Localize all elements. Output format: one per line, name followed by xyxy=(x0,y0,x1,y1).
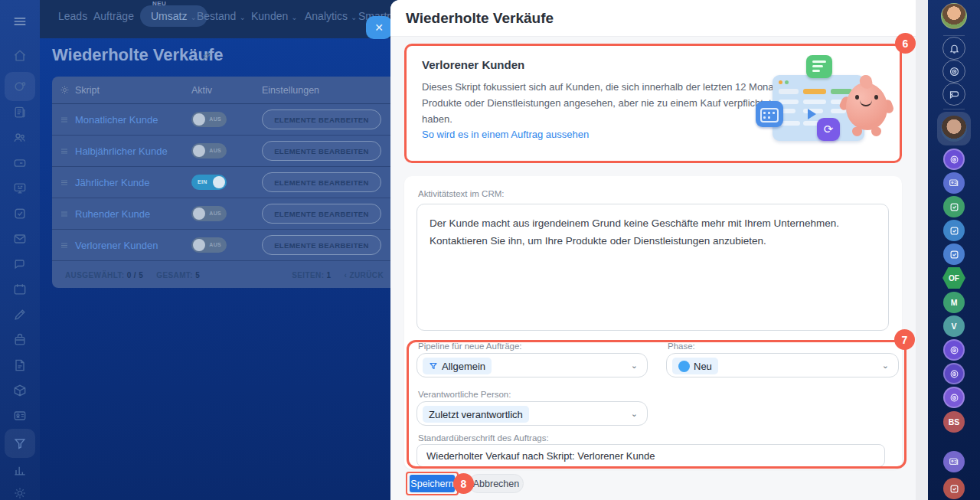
drag-handle-icon[interactable] xyxy=(58,209,70,218)
edit-elements-button[interactable]: ELEMENTE BEARBEITEN xyxy=(262,141,381,161)
right-rail: OF M V BS xyxy=(928,0,980,500)
nav-kunden[interactable]: Kunden⌄ xyxy=(251,10,298,22)
task-check-icon[interactable] xyxy=(943,220,965,241)
active-toggle[interactable]: EIN xyxy=(191,175,227,190)
script-settings-card: Aktivitätstext im CRM: Der Kunde macht a… xyxy=(404,176,902,469)
responsible-select[interactable]: Zuletzt verantwortlich ⌄ xyxy=(416,401,648,426)
board-dot xyxy=(779,80,782,84)
edit-icon[interactable] xyxy=(12,307,28,322)
chat-icon[interactable] xyxy=(12,257,28,272)
funnel-icon xyxy=(429,361,438,371)
selected-count: AUSGEWÄHLT: 0 / 5 xyxy=(65,271,143,279)
toggle-knob xyxy=(193,145,205,157)
script-name[interactable]: Verlorener Kunden xyxy=(75,240,158,251)
drag-handle-icon[interactable] xyxy=(58,146,70,155)
workspace-badge-bs[interactable]: BS xyxy=(943,411,965,433)
workspace-badge-v[interactable]: V xyxy=(943,315,965,337)
activity-text-area[interactable]: Der Kunde macht aus irgendeinem Grund ke… xyxy=(416,204,889,331)
active-toggle[interactable]: AUS xyxy=(191,206,227,221)
script-name[interactable]: Jährlicher Kunde xyxy=(75,177,150,188)
contacts-icon[interactable] xyxy=(12,130,28,145)
script-name[interactable]: Halbjährlicher Kunde xyxy=(75,145,168,157)
recurring-sales-modal: Wiederholte Verkäufe Verlorener Kunden D… xyxy=(390,0,928,500)
menu-icon[interactable] xyxy=(12,14,28,29)
task-check-icon[interactable] xyxy=(943,478,965,499)
edit-elements-button[interactable]: ELEMENTE BEARBEITEN xyxy=(262,172,381,192)
reply-chat-icon[interactable] xyxy=(942,83,965,106)
workspace-badge-m[interactable]: M xyxy=(943,292,965,313)
chevron-down-icon: ⌄ xyxy=(239,13,245,21)
mail-icon[interactable] xyxy=(12,231,28,247)
funnel-icon[interactable] xyxy=(12,436,28,451)
modal-scrollbar[interactable] xyxy=(916,0,928,500)
chart-icon[interactable] xyxy=(12,462,28,478)
back-link[interactable]: ‹ ZURÜCK xyxy=(345,271,384,279)
home-icon[interactable] xyxy=(12,48,28,64)
nav-analytics-label: Analytics xyxy=(305,10,348,22)
nav-kunden-label: Kunden xyxy=(251,10,288,22)
tasks-icon[interactable] xyxy=(12,206,28,221)
contact-card-icon[interactable] xyxy=(943,451,965,472)
user-avatar[interactable] xyxy=(941,3,967,29)
activity-text-label: Aktivitätstext im CRM: xyxy=(418,189,504,198)
modal-close-button[interactable]: ✕ xyxy=(366,16,392,39)
edit-elements-button[interactable]: ELEMENTE BEARBEITEN xyxy=(262,204,381,224)
focus-target-icon[interactable] xyxy=(942,60,965,83)
nav-analytics[interactable]: Analytics⌄ xyxy=(305,10,357,22)
app-circle-icon[interactable] xyxy=(943,363,965,384)
nav-bestand[interactable]: Bestand⌄ xyxy=(197,10,246,22)
drag-handle-icon[interactable] xyxy=(58,178,70,187)
briefcase-icon[interactable] xyxy=(12,332,28,348)
calendar-graphic xyxy=(756,101,783,127)
page-title: Wiederholte Verkäufe xyxy=(52,45,224,65)
script-description: Dieses Skript fokussiert sich auf Kunden… xyxy=(422,80,788,127)
active-toggle[interactable]: AUS xyxy=(191,237,227,253)
leads-icon[interactable] xyxy=(12,79,28,94)
chevron-down-icon: ⌄ xyxy=(351,13,357,21)
active-toggle[interactable]: AUS xyxy=(191,112,227,127)
pipeline-chip: Allgemein xyxy=(423,358,492,374)
preview-link[interactable]: So wird es in einem Auftrag aussehen xyxy=(422,129,589,140)
task-check-icon[interactable] xyxy=(943,196,965,217)
script-name[interactable]: Ruhender Kunde xyxy=(75,208,150,220)
save-button[interactable]: Speichern xyxy=(410,475,455,492)
contact-card-icon[interactable] xyxy=(943,172,965,194)
nav-auftraege[interactable]: Aufträge xyxy=(93,10,134,22)
sync-graphic: ⟳ xyxy=(817,118,840,141)
phase-select[interactable]: Neu ⌄ xyxy=(666,353,899,377)
teammate-avatar-active[interactable] xyxy=(937,112,971,145)
app-circle-icon[interactable] xyxy=(943,387,965,408)
app-circle-icon[interactable] xyxy=(943,149,965,170)
toggle-knob xyxy=(193,113,205,126)
news-icon[interactable] xyxy=(12,105,28,120)
table-settings-gear-icon[interactable] xyxy=(59,84,70,96)
drag-handle-icon[interactable] xyxy=(58,240,70,250)
presentation-icon[interactable] xyxy=(12,181,28,196)
toggle-knob xyxy=(193,208,205,220)
toggle-knob xyxy=(213,176,225,188)
nav-umsatz-label: Umsatz xyxy=(151,10,187,22)
annotation-badge-8: 8 xyxy=(453,473,474,494)
active-toggle[interactable]: AUS xyxy=(191,143,227,158)
finance-icon[interactable] xyxy=(12,155,28,171)
script-name[interactable]: Monatlicher Kunde xyxy=(75,114,158,126)
gear-icon[interactable] xyxy=(12,485,28,500)
pipeline-select[interactable]: Allgemein ⌄ xyxy=(416,353,648,377)
edit-elements-button[interactable]: ELEMENTE BEARBEITEN xyxy=(262,235,381,255)
default-heading-input[interactable] xyxy=(416,444,885,467)
left-sidebar xyxy=(0,0,40,500)
edit-elements-button[interactable]: ELEMENTE BEARBEITEN xyxy=(262,109,381,129)
chevron-down-icon: ⌄ xyxy=(882,361,889,371)
package-icon[interactable] xyxy=(12,383,28,398)
notifications-bell-icon[interactable] xyxy=(942,37,965,60)
nav-leads[interactable]: Leads xyxy=(58,10,87,22)
idcard-icon[interactable] xyxy=(12,408,28,423)
pin-icon[interactable] xyxy=(201,51,212,62)
task-check-icon[interactable] xyxy=(943,243,965,265)
cancel-button[interactable]: Abbrechen xyxy=(469,474,524,493)
calendar-icon[interactable] xyxy=(12,282,28,297)
app-circle-icon[interactable] xyxy=(943,339,965,361)
drag-handle-icon[interactable] xyxy=(58,115,70,124)
document-icon[interactable] xyxy=(12,358,28,373)
workspace-badge-of[interactable]: OF xyxy=(942,267,965,289)
